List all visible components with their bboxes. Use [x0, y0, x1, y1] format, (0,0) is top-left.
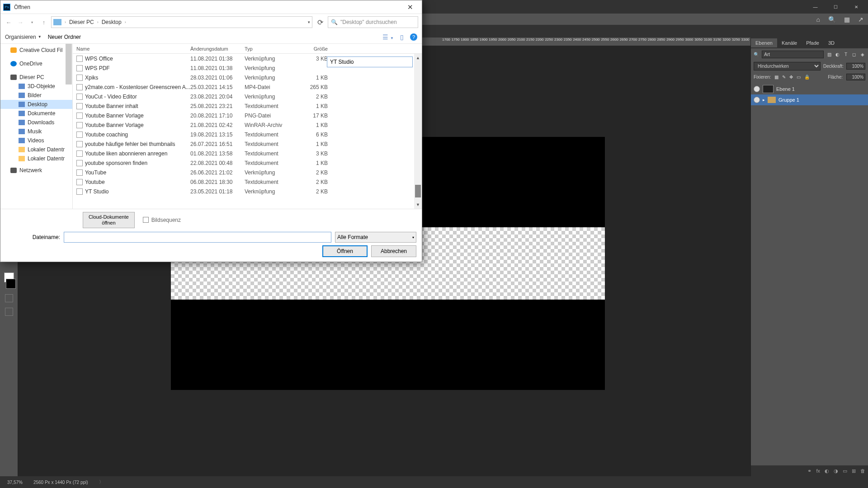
visibility-icon[interactable] [754, 97, 760, 103]
close-icon[interactable]: ✕ [401, 1, 419, 14]
filter-adjust-icon[interactable]: ◐ [835, 50, 840, 58]
screenmode-icon[interactable] [5, 308, 13, 316]
filename-input[interactable] [64, 232, 331, 243]
column-headers[interactable]: Name Änderungsdatum Typ Größe [73, 44, 422, 54]
format-select[interactable]: Alle Formate▾ [335, 232, 416, 243]
fill-input[interactable] [846, 74, 865, 80]
tree-item-ccfiles[interactable]: Creative Cloud Fil [0, 46, 72, 55]
search-icon[interactable]: 🔍 [754, 50, 759, 58]
view-mode-icon[interactable]: ☰ ▼ [382, 33, 394, 41]
file-row[interactable]: Youtube coaching19.08.2021 13:15Textdoku… [73, 130, 422, 139]
scroll-up-icon[interactable]: ▲ [414, 54, 422, 61]
layer-item[interactable]: Ebene 1 [751, 84, 868, 94]
preview-pane-icon[interactable]: ▯ [400, 33, 404, 41]
col-date[interactable]: Änderungsdatum [190, 46, 245, 52]
fx-icon[interactable]: fx [816, 468, 820, 474]
minimize-button[interactable]: — [805, 0, 826, 13]
file-list[interactable]: Name Änderungsdatum Typ Größe WPS Office… [73, 44, 422, 209]
layer-filter-input[interactable] [762, 51, 824, 58]
breadcrumb-bar[interactable]: › Dieser PC › Desktop › ▾ [51, 16, 312, 28]
tab-paths[interactable]: Pfade [802, 38, 824, 47]
tree-item-localdisk[interactable]: Lokaler Datentr [0, 145, 72, 154]
filter-pixel-icon[interactable]: ▧ [826, 50, 832, 58]
share-icon[interactable]: ↗ [858, 16, 863, 23]
file-row[interactable]: y2mate.com - Kostenloser Greenscreen A..… [73, 82, 422, 92]
file-row[interactable]: Youtube Banner Vorlage21.08.2021 02:42Wi… [73, 120, 422, 130]
path-dropdown-icon[interactable]: ▾ [308, 20, 310, 24]
tab-layers[interactable]: Ebenen [751, 38, 777, 47]
forward-icon[interactable]: → [16, 19, 25, 26]
maximize-button[interactable]: ☐ [826, 0, 846, 13]
tree-item-onedrive[interactable]: OneDrive [0, 59, 72, 68]
file-row[interactable]: Youtube Banner inhalt25.08.2021 23:21Tex… [73, 101, 422, 111]
lock-pixel-icon[interactable]: ✎ [782, 75, 786, 80]
group-icon[interactable]: ▭ [843, 468, 847, 474]
filter-shape-icon[interactable]: ◻ [851, 50, 857, 58]
tab-channels[interactable]: Kanäle [777, 38, 802, 47]
recent-dropdown-icon[interactable]: ▾ [28, 20, 37, 24]
tree-item-documents[interactable]: Dokumente [0, 109, 72, 118]
breadcrumb-segment[interactable]: Desktop [102, 19, 122, 25]
blend-mode-select[interactable]: Hindurchwirken [754, 62, 821, 70]
lock-position-icon[interactable]: ✥ [789, 75, 793, 80]
help-icon[interactable]: ? [410, 33, 417, 41]
organize-button[interactable]: Organisieren ▼ [5, 34, 42, 40]
breadcrumb-segment[interactable]: Dieser PC [69, 19, 94, 25]
refresh-icon[interactable]: ⟳ [315, 18, 325, 27]
file-row[interactable]: YouCut - Video Editor23.08.2021 20:04Ver… [73, 92, 422, 101]
file-row[interactable]: Youtube06.08.2021 18:30Textdokument2 KB [73, 177, 422, 187]
filter-smart-icon[interactable]: ◈ [860, 50, 865, 58]
close-button[interactable]: ✕ [846, 0, 866, 13]
scroll-thumb[interactable] [415, 185, 421, 197]
document-info[interactable]: 2560 Px x 1440 Px (72 ppi) [33, 480, 88, 485]
file-row[interactable]: Youtube Banner Vorlage20.08.2021 17:10PN… [73, 111, 422, 120]
home-icon[interactable]: ⌂ [816, 16, 820, 23]
back-icon[interactable]: ← [4, 19, 13, 26]
open-button[interactable]: Öffnen [322, 245, 368, 257]
scroll-down-icon[interactable]: ▼ [414, 201, 422, 209]
new-folder-button[interactable]: Neuer Ordner [48, 34, 81, 40]
delete-icon[interactable]: 🗑 [860, 468, 865, 474]
tree-scrollbar[interactable] [66, 44, 72, 84]
bildsequenz-checkbox[interactable]: Bildsequenz [143, 217, 181, 223]
file-row[interactable]: YouTube26.06.2021 21:02Verknüpfung2 KB [73, 168, 422, 177]
opacity-input[interactable] [846, 63, 865, 70]
file-row[interactable]: Xpiks28.03.2021 01:06Verknüpfung1 KB [73, 73, 422, 82]
quickmask-icon[interactable] [5, 294, 13, 302]
col-size[interactable]: Größe [299, 46, 335, 52]
folder-tree[interactable]: Creative Cloud Fil OneDrive Dieser PC 3D… [0, 44, 73, 209]
background-swatch[interactable] [6, 279, 16, 289]
tree-item-thispc[interactable]: Dieser PC [0, 73, 72, 82]
file-row[interactable]: youtube häufige fehler bei thumbnails26.… [73, 139, 422, 149]
tree-item-3dobjects[interactable]: 3D-Objekte [0, 82, 72, 91]
lock-icon[interactable]: 🔒 [804, 75, 810, 80]
lock-artboard-icon[interactable]: ▭ [797, 75, 801, 80]
tree-item-videos[interactable]: Videos [0, 136, 72, 145]
tab-3d[interactable]: 3D [824, 38, 839, 47]
tree-item-localdisk[interactable]: Lokaler Datentr [0, 154, 72, 163]
zoom-level[interactable]: 37,57% [7, 480, 23, 485]
file-row[interactable]: YT Studio23.05.2021 01:18Verknüpfung2 KB [73, 187, 422, 196]
adjustment-icon[interactable]: ◑ [834, 468, 838, 474]
workspace-icon[interactable]: ▦ [844, 16, 850, 23]
col-type[interactable]: Typ [245, 46, 299, 52]
lock-all-icon[interactable]: ▦ [774, 75, 778, 80]
tree-item-downloads[interactable]: Downloads [0, 118, 72, 127]
search-input[interactable]: 🔍 "Desktop" durchsuchen [328, 16, 418, 28]
file-row[interactable]: youtube sponsoren finden22.08.2021 00:48… [73, 158, 422, 168]
up-icon[interactable]: ↑ [39, 19, 48, 26]
cloud-documents-button[interactable]: Cloud-Dokumente öffnen [83, 212, 135, 228]
tree-item-network[interactable]: Netzwerk [0, 166, 72, 175]
file-list-scrollbar[interactable]: ▲ ▼ [414, 54, 422, 209]
cancel-button[interactable]: Abbrechen [371, 245, 416, 257]
col-name[interactable]: Name [73, 46, 190, 52]
tree-item-music[interactable]: Musik [0, 127, 72, 136]
file-row[interactable]: Youtube liken abonnieren anregen01.08.20… [73, 149, 422, 158]
layer-item[interactable]: ▸ Gruppe 1 [751, 94, 868, 105]
tree-item-pictures[interactable]: Bilder [0, 91, 72, 100]
link-icon[interactable]: ⚭ [807, 468, 811, 474]
visibility-icon[interactable] [754, 86, 760, 92]
filter-type-icon[interactable]: T [843, 50, 849, 58]
new-layer-icon[interactable]: ⊞ [852, 468, 856, 474]
tree-item-desktop[interactable]: Desktop [0, 100, 72, 109]
